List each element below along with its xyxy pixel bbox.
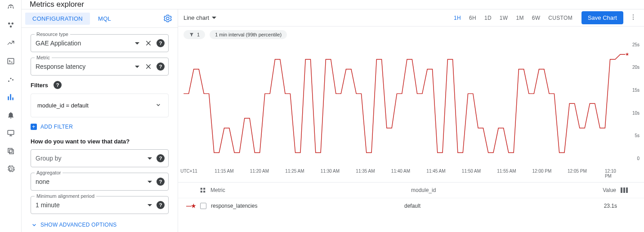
range-1d[interactable]: 1D bbox=[484, 15, 492, 21]
help-icon[interactable]: ? bbox=[54, 81, 62, 89]
col-value[interactable]: Value bbox=[580, 187, 616, 193]
aggregator-dropdown[interactable]: Aggregator none ? bbox=[31, 173, 169, 191]
svg-rect-8 bbox=[10, 94, 11, 100]
chevron-down-icon bbox=[135, 42, 139, 45]
series-filter-chip[interactable]: 1 bbox=[183, 30, 205, 39]
dashboards-icon[interactable] bbox=[6, 21, 15, 30]
config-gear-icon[interactable] bbox=[161, 12, 174, 25]
resource-type-label: Resource type bbox=[35, 31, 70, 37]
metrics-icon[interactable] bbox=[6, 93, 15, 102]
chevron-down-icon bbox=[212, 17, 216, 19]
alignment-period-dropdown[interactable]: Minimum alignment period 1 minute ? bbox=[31, 196, 169, 214]
plus-icon: + bbox=[31, 124, 37, 130]
save-chart-button[interactable]: Save Chart bbox=[581, 11, 623, 24]
svg-point-6 bbox=[12, 79, 13, 80]
gear-icon[interactable] bbox=[6, 165, 15, 174]
interval-chip[interactable]: 1 min interval (99th percentile) bbox=[210, 30, 287, 39]
help-icon[interactable]: ? bbox=[157, 201, 165, 209]
filters-header: Filters ? bbox=[31, 81, 169, 89]
view-question: How do you want to view that data? bbox=[31, 138, 169, 145]
alignment-period-label: Minimum alignment period bbox=[35, 193, 96, 199]
filter-row[interactable]: module_id = default bbox=[31, 94, 169, 117]
bell-icon[interactable] bbox=[6, 111, 15, 120]
svg-rect-17 bbox=[201, 188, 202, 190]
range-custom[interactable]: CUSTOM bbox=[548, 15, 572, 21]
group-by-dropdown[interactable]: Group by ? bbox=[31, 149, 169, 167]
chart-plot[interactable]: ★ 05s10s15s20s25s UTC+1111:15 AM11:20 AM… bbox=[181, 43, 641, 178]
chevron-down-icon bbox=[155, 101, 162, 110]
time-range-picker: 1H 6H 1D 1W 1M 6W CUSTOM bbox=[454, 15, 572, 21]
trending-icon[interactable] bbox=[6, 39, 15, 48]
show-advanced-toggle[interactable]: SHOW ADVANCED OPTIONS bbox=[31, 221, 169, 228]
add-filter-button[interactable]: + ADD FILTER bbox=[31, 124, 169, 130]
svg-rect-7 bbox=[8, 96, 9, 100]
tab-configuration[interactable]: CONFIGURATION bbox=[25, 13, 90, 25]
svg-point-13 bbox=[633, 14, 634, 15]
svg-point-1 bbox=[11, 22, 13, 25]
resource-type-dropdown[interactable]: Resource type GAE Application ? bbox=[31, 34, 169, 52]
svg-rect-18 bbox=[203, 188, 205, 190]
chevron-down-icon bbox=[148, 181, 152, 183]
page-title: Metrics explorer bbox=[22, 0, 644, 9]
svg-point-14 bbox=[633, 17, 634, 18]
series-color-swatch: —★ bbox=[186, 203, 196, 209]
range-1h[interactable]: 1H bbox=[454, 15, 461, 21]
scatter-icon[interactable] bbox=[6, 75, 15, 84]
columns-icon[interactable] bbox=[621, 187, 628, 193]
svg-point-5 bbox=[10, 78, 11, 79]
svg-point-15 bbox=[633, 19, 634, 20]
svg-rect-12 bbox=[8, 148, 12, 152]
svg-point-4 bbox=[8, 80, 9, 82]
svg-rect-9 bbox=[12, 98, 13, 100]
chart-type-dropdown[interactable]: Line chart bbox=[183, 14, 216, 21]
help-icon[interactable]: ? bbox=[157, 178, 165, 186]
chevron-down-icon bbox=[148, 157, 152, 160]
chevron-down-icon bbox=[148, 204, 152, 206]
svg-rect-3 bbox=[8, 58, 14, 64]
help-icon[interactable]: ? bbox=[157, 154, 165, 162]
series-checkbox[interactable] bbox=[200, 203, 206, 209]
svg-rect-19 bbox=[201, 191, 202, 192]
speedometer-icon[interactable] bbox=[6, 3, 15, 12]
copy-icon[interactable] bbox=[6, 147, 15, 156]
monitor-icon[interactable] bbox=[6, 129, 15, 138]
col-module-id[interactable]: module_id bbox=[411, 187, 580, 193]
svg-point-2 bbox=[9, 26, 12, 28]
help-icon[interactable]: ? bbox=[157, 62, 165, 71]
aggregator-label: Aggregator bbox=[35, 170, 63, 175]
metric-label: Metric bbox=[35, 55, 52, 60]
legend-row[interactable]: —★ response_latencies default 23.1s bbox=[178, 198, 644, 214]
chevron-down-icon bbox=[135, 66, 139, 68]
svg-rect-11 bbox=[9, 150, 13, 154]
svg-point-0 bbox=[8, 22, 10, 25]
left-icon-rail bbox=[0, 0, 22, 232]
grid-icon bbox=[200, 187, 206, 193]
terminal-icon[interactable] bbox=[6, 57, 15, 66]
col-metric[interactable]: Metric bbox=[210, 187, 225, 193]
tab-mql[interactable]: MQL bbox=[90, 13, 119, 25]
help-icon[interactable]: ? bbox=[157, 39, 165, 47]
range-6h[interactable]: 6H bbox=[469, 15, 476, 21]
range-6w[interactable]: 6W bbox=[532, 15, 541, 21]
metric-dropdown[interactable]: Metric Response latency ? bbox=[31, 58, 169, 76]
svg-rect-20 bbox=[203, 191, 205, 192]
clear-icon[interactable] bbox=[142, 37, 155, 49]
svg-rect-10 bbox=[8, 130, 14, 134]
range-1w[interactable]: 1W bbox=[500, 15, 508, 21]
clear-icon[interactable] bbox=[142, 60, 155, 73]
range-1m[interactable]: 1M bbox=[516, 15, 523, 21]
more-menu-icon[interactable] bbox=[628, 12, 639, 24]
